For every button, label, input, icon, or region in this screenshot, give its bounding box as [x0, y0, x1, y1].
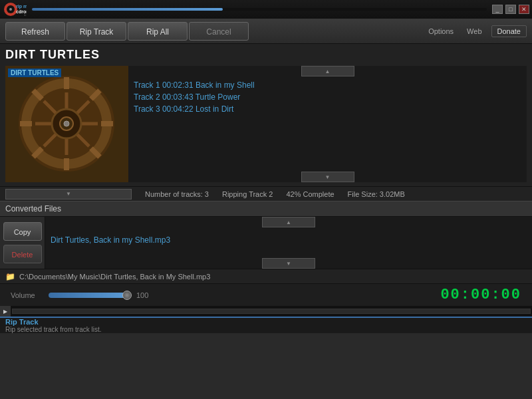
- titlebar: rip my cdrom 1.1 _ □ ✕: [0, 0, 532, 19]
- track-list-container: ▲ Track 1 00:02:31 Back in my Shell Trac…: [128, 66, 527, 182]
- converted-section: Converted Files Copy Delete ▲ Dirt Turtl…: [0, 201, 532, 269]
- converted-scroll-up[interactable]: ▲: [262, 217, 315, 227]
- window-controls: _ □ ✕: [492, 5, 529, 14]
- web-link[interactable]: Web: [463, 26, 485, 37]
- folder-icon: 📁: [5, 272, 15, 281]
- track-list-scroll-down[interactable]: ▼: [301, 172, 354, 182]
- converted-header: Converted Files: [0, 201, 532, 217]
- close-button[interactable]: ✕: [519, 5, 529, 14]
- track-item[interactable]: Track 2 00:03:43 Turtle Power: [134, 91, 521, 103]
- refresh-button[interactable]: Refresh: [5, 22, 65, 41]
- filepath-text: C:\Documents\My Music\Dirt Turtles, Back…: [19, 273, 210, 281]
- conv-down-icon: ▼: [286, 261, 291, 267]
- album-art-container: DIRT TURTLES: [5, 66, 128, 182]
- app-logo: rip my cdrom 1.1: [3, 1, 27, 17]
- top-progress-fill: [32, 8, 223, 11]
- top-progress-bar: [32, 8, 487, 11]
- svg-text:1.1: 1.1: [24, 13, 27, 17]
- converted-files-list: ▲ Dirt Turtles, Back in my Shell.mp3 ▼: [45, 217, 532, 269]
- album-art-svg: [5, 66, 128, 182]
- volume-fill: [49, 293, 128, 298]
- scroll-down-icon: ▼: [325, 174, 331, 180]
- svg-point-2: [9, 8, 12, 11]
- converted-body: Copy Delete ▲ Dirt Turtles, Back in my S…: [0, 217, 532, 269]
- complete-pct: 42% Complete: [286, 190, 334, 198]
- status-scroll-area: ▼: [5, 189, 132, 200]
- file-size: File Size: 3.02MB: [348, 190, 405, 198]
- album-title: DIRT TURTLES: [5, 48, 527, 62]
- delete-button[interactable]: Delete: [3, 245, 42, 263]
- volume-row: Volume 100 00:00:00: [0, 283, 532, 306]
- track-item[interactable]: Track 3 00:04:22 Lost in Dirt: [134, 103, 521, 115]
- minimize-button[interactable]: _: [492, 5, 503, 14]
- cancel-button[interactable]: Cancel: [189, 22, 249, 41]
- album-status-bar: ▼ Number of tracks: 3 Ripping Track 2 42…: [0, 186, 532, 201]
- status-footer: Rip Track Rip selected track from track …: [0, 317, 532, 333]
- status-footer-title: Rip Track: [5, 318, 527, 326]
- conv-up-icon: ▲: [286, 219, 291, 225]
- volume-value: 100: [136, 291, 153, 299]
- volume-label: Volume: [11, 291, 41, 299]
- converted-action-panel: Copy Delete: [0, 217, 45, 269]
- status-scroll-icon: ▼: [66, 191, 71, 197]
- toolbar: Refresh Rip Track Rip All Cancel Options…: [0, 19, 532, 44]
- options-link[interactable]: Options: [424, 26, 458, 37]
- album-section: DIRT TURTLES DIRT TURTLES: [0, 44, 532, 186]
- playback-bar: ▶: [0, 306, 532, 317]
- svg-text:rip my: rip my: [16, 4, 27, 9]
- copy-button[interactable]: Copy: [3, 222, 42, 241]
- converted-scroll-down[interactable]: ▼: [262, 258, 315, 269]
- album-art: DIRT TURTLES: [5, 66, 128, 182]
- maximize-button[interactable]: □: [505, 5, 516, 14]
- status-footer-description: Rip selected track from track list.: [5, 326, 527, 333]
- seek-bar[interactable]: [12, 309, 531, 314]
- play-button[interactable]: ▶: [0, 306, 11, 317]
- album-art-label: DIRT TURTLES: [8, 68, 61, 77]
- rip-track-button[interactable]: Rip Track: [66, 22, 126, 41]
- track-list-scroll-up[interactable]: ▲: [301, 66, 354, 76]
- album-body: DIRT TURTLES: [5, 66, 527, 182]
- track-item[interactable]: Track 1 00:02:31 Back in my Shell: [134, 79, 521, 91]
- rip-all-button[interactable]: Rip All: [128, 22, 188, 41]
- volume-knob[interactable]: [122, 291, 132, 300]
- converted-title: Converted Files: [5, 204, 61, 213]
- scroll-up-icon: ▲: [325, 68, 331, 74]
- filepath-row: 📁 C:\Documents\My Music\Dirt Turtles, Ba…: [0, 269, 532, 283]
- svg-rect-28: [5, 66, 128, 182]
- toolbar-right: Options Web Donate: [424, 25, 527, 37]
- logo-icon: rip my cdrom 1.1: [3, 1, 27, 17]
- num-tracks-label: Number of tracks: 3: [145, 190, 209, 198]
- converted-file-item[interactable]: Dirt Turtles, Back in my Shell.mp3: [51, 234, 527, 246]
- volume-slider[interactable]: [49, 293, 128, 298]
- donate-link[interactable]: Donate: [491, 25, 527, 37]
- ripping-status: Ripping Track 2: [222, 190, 273, 198]
- time-display: 00:00:00: [440, 287, 521, 303]
